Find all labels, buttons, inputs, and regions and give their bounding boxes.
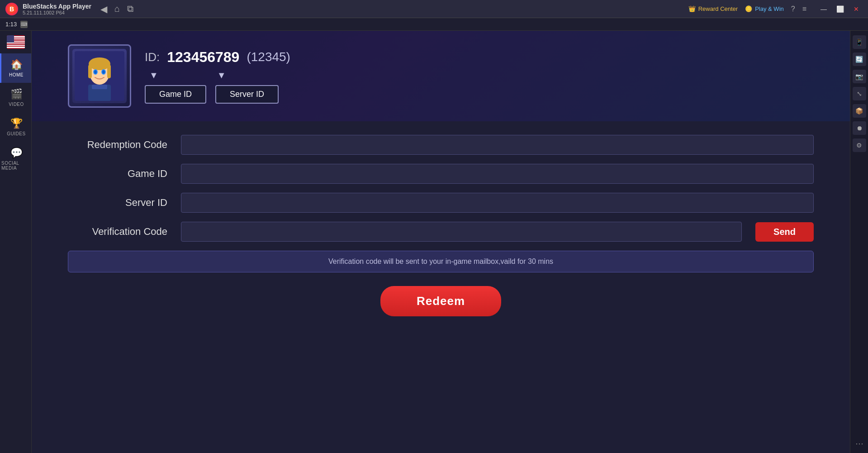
id-buttons-row: Game ID Server ID <box>145 85 290 104</box>
close-button[interactable]: ✕ <box>850 3 863 15</box>
id-label: ID: <box>145 50 160 64</box>
app-version: 5.21.111.1002 P64 <box>23 10 91 15</box>
game-id-input[interactable] <box>181 164 814 184</box>
game-id-arrow: ▼ <box>149 70 158 81</box>
redemption-code-row: Redemption Code <box>68 135 814 155</box>
back-button[interactable]: ◀ <box>100 4 107 14</box>
server-id-input[interactable] <box>181 193 814 213</box>
guides-icon: 🏆 <box>10 118 23 129</box>
home-icon: 🏠 <box>10 59 23 71</box>
app-logo: B <box>5 3 18 15</box>
timer-display: 1:13 <box>5 21 17 28</box>
coin-icon: 🪙 <box>745 5 752 12</box>
sidebar-item-home[interactable]: 🏠 HOME <box>0 53 31 83</box>
game-header: ID: 123456789 (12345) ▼ ▼ Game ID Server… <box>32 31 850 121</box>
social-label: SOCIAL MEDIA <box>1 161 31 171</box>
rs-apk-btn[interactable]: 📦 <box>853 104 866 118</box>
minimize-button[interactable]: — <box>817 3 830 15</box>
reward-center-label: Reward Center <box>698 5 738 12</box>
title-bar: B BlueStacks App Player 5.21.111.1002 P6… <box>0 0 868 18</box>
info-bar: Verification code will be sent to your i… <box>68 251 814 272</box>
crown-icon: 👑 <box>688 5 696 12</box>
verification-code-label: Verification Code <box>68 226 167 238</box>
verification-code-input[interactable] <box>181 222 742 242</box>
svg-rect-4 <box>107 65 111 78</box>
video-icon: 🎬 <box>10 88 23 100</box>
svg-point-2 <box>89 57 110 70</box>
rs-camera-btn[interactable]: 📷 <box>853 70 866 83</box>
rs-device-btn[interactable]: 📱 <box>853 35 866 49</box>
timer-bar: 1:13 ⌨ <box>0 18 868 31</box>
server-id: (12345) <box>247 50 290 64</box>
play-win-btn[interactable]: 🪙 Play & Win <box>745 5 784 12</box>
redemption-code-input[interactable] <box>181 135 814 155</box>
arrows-row: ▼ ▼ <box>145 70 290 81</box>
language-flag[interactable] <box>7 35 25 49</box>
form-area: Redemption Code Game ID Server ID Verifi… <box>32 121 850 453</box>
right-sidebar: 📱 🔄 📷 ⤡ 📦 ⏺ ⚙ ⋯ <box>850 31 868 453</box>
titlebar-right: 👑 Reward Center 🪙 Play & Win ? ≡ — ⬜ ✕ <box>688 3 863 15</box>
player-id: 123456789 <box>167 49 239 66</box>
help-button[interactable]: ? <box>791 5 795 13</box>
sidebar-item-social[interactable]: 💬 SOCIAL MEDIA <box>0 142 31 176</box>
sidebar-item-video[interactable]: 🎬 VIDEO <box>0 83 31 112</box>
nav-buttons: ◀ ⌂ ⧉ <box>100 4 133 14</box>
server-id-button[interactable]: Server ID <box>215 85 279 104</box>
verification-row: Verification Code Send <box>68 222 814 242</box>
game-id-button[interactable]: Game ID <box>145 85 206 104</box>
social-icon: 💬 <box>10 147 23 159</box>
windows-button[interactable]: ⧉ <box>127 4 133 14</box>
svg-point-7 <box>94 70 97 74</box>
rs-resize-btn[interactable]: ⤡ <box>853 87 866 100</box>
header-info: ID: 123456789 (12345) ▼ ▼ Game ID Server… <box>145 49 290 104</box>
rs-rotate-btn[interactable]: 🔄 <box>853 52 866 66</box>
rs-macro-btn[interactable]: ⏺ <box>853 121 866 135</box>
game-id-label: Game ID <box>68 168 167 180</box>
svg-point-8 <box>102 70 105 74</box>
content-area: ID: 123456789 (12345) ▼ ▼ Game ID Server… <box>32 31 850 453</box>
server-id-label: Server ID <box>68 197 167 209</box>
window-controls: — ⬜ ✕ <box>817 3 863 15</box>
rs-more-btn[interactable]: ⋯ <box>855 439 863 448</box>
character-portrait <box>68 44 131 108</box>
redemption-code-label: Redemption Code <box>68 139 167 151</box>
main-layout: 🏠 HOME 🎬 VIDEO 🏆 GUIDES 💬 SOCIAL MEDIA <box>0 31 868 453</box>
home-button[interactable]: ⌂ <box>114 4 120 14</box>
game-id-row: Game ID <box>68 164 814 184</box>
info-text: Verification code will be sent to your i… <box>328 257 553 265</box>
timer-icon: ⌨ <box>20 21 28 28</box>
server-id-arrow: ▼ <box>217 70 226 81</box>
menu-button[interactable]: ≡ <box>802 5 806 13</box>
app-name-block: BlueStacks App Player 5.21.111.1002 P64 <box>23 3 91 15</box>
play-win-label: Play & Win <box>755 5 784 12</box>
rs-settings-btn[interactable]: ⚙ <box>853 138 866 152</box>
left-sidebar: 🏠 HOME 🎬 VIDEO 🏆 GUIDES 💬 SOCIAL MEDIA <box>0 31 32 453</box>
server-id-row: Server ID <box>68 193 814 213</box>
svg-rect-3 <box>88 65 92 78</box>
svg-rect-10 <box>92 85 107 89</box>
guides-label: GUIDES <box>7 131 25 136</box>
send-button[interactable]: Send <box>755 222 814 242</box>
redeem-button[interactable]: Redeem <box>380 286 501 316</box>
player-id-row: ID: 123456789 (12345) <box>145 49 290 66</box>
sidebar-item-guides[interactable]: 🏆 GUIDES <box>0 112 31 142</box>
character-image <box>72 49 127 103</box>
video-label: VIDEO <box>9 102 24 107</box>
home-label: HOME <box>9 72 24 77</box>
maximize-button[interactable]: ⬜ <box>834 3 846 15</box>
app-title: BlueStacks App Player <box>23 3 91 10</box>
reward-center-btn[interactable]: 👑 Reward Center <box>688 5 738 12</box>
